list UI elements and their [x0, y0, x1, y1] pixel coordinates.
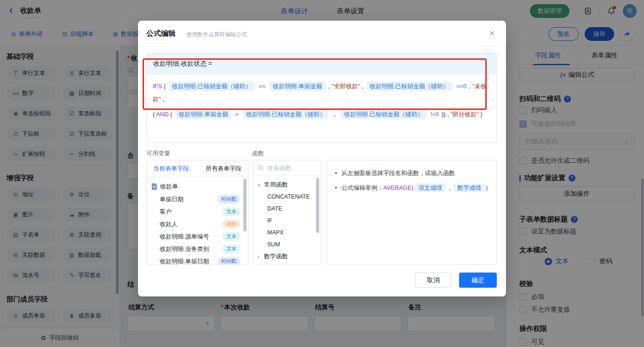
field-type-badge: 时间戳 [217, 195, 241, 204]
function-item[interactable]: SUM [253, 239, 321, 250]
chevron-down-icon [257, 182, 262, 188]
variable-field-row[interactable]: 单据日期 时间戳 [151, 193, 248, 205]
formula-edit-modal: 公式编辑 使用数学运算符编辑公式 ✕ 收款明细.收款状态 = IFS ( 收款明… [138, 21, 506, 296]
formula-token: 收款明细.已核销金额（辅助） [169, 81, 255, 91]
confirm-button[interactable]: 确定 [459, 273, 497, 288]
document-icon [151, 183, 157, 190]
formula-body[interactable]: IFS ( 收款明细.已核销金额（辅助） == 收款明细.单据金额 , "全部收… [147, 74, 496, 126]
formula-token: ( [153, 111, 155, 118]
formula-token: , [362, 83, 363, 90]
functions-scrollbar[interactable] [316, 178, 319, 233]
help-tip-example: 公式编辑举例：AVERAGE(语文成绩，数学成绩) [335, 182, 489, 194]
help-tip: 从左侧面板选择字段名和函数，或输入函数 [335, 167, 489, 179]
function-group-collapsed[interactable]: 文本函数 [253, 262, 321, 265]
chevron-right-icon [257, 253, 262, 260]
formula-token: AND [156, 111, 168, 118]
formula-token: ) [480, 111, 482, 118]
functions-label: 函数 [252, 149, 264, 158]
formula-target: 收款明细.收款状态 = [147, 53, 496, 74]
formula-token: > [236, 111, 239, 118]
formula-token: !=0 [431, 111, 439, 118]
formula-token: IFS [153, 83, 162, 90]
formula-token [153, 106, 490, 108]
cancel-button[interactable]: 取消 [415, 273, 451, 288]
modal-title: 公式编辑 [146, 29, 176, 39]
formula-token: ， [332, 111, 338, 118]
variables-scrollbar[interactable] [243, 179, 247, 232]
formula-token: )) [442, 111, 446, 118]
variable-field-row[interactable]: 收款人 成员 [151, 218, 248, 230]
functions-panel: 搜索函数 常用函数 CONCATENATE DATE IF MAPX SUM [253, 160, 321, 265]
formula-token: 收款明细.单据金额 [175, 109, 231, 119]
function-list: 常用函数 CONCATENATE DATE IF MAPX SUM 数学函数 [253, 176, 321, 265]
formula-token: 收款明细.单据金额 [270, 81, 326, 91]
variable-field-row[interactable]: 收款明细.源单编号 文本 [151, 230, 248, 243]
search-icon [258, 165, 264, 171]
field-type-badge: 时间戳 [217, 257, 241, 265]
tab-current-form-fields[interactable]: 当前表单字段 [153, 165, 189, 173]
function-item[interactable]: DATE [253, 203, 321, 215]
variable-field-row[interactable]: 客户 文本 [151, 205, 248, 218]
formula-token: "部分收款" [451, 111, 479, 118]
function-item[interactable]: MAPX [253, 227, 321, 239]
function-search-input[interactable]: 搜索函数 [253, 160, 321, 176]
formula-help-panel: 从左侧面板选择字段名和函数，或输入函数 公式编辑举例：AVERAGE(语文成绩，… [327, 160, 497, 265]
function-group-collapsed[interactable]: 数学函数 [253, 250, 321, 262]
field-type-badge: 成员 [222, 220, 241, 228]
modal-subtitle: 使用数学运算符编辑公式 [186, 31, 247, 39]
variables-tabs: 当前表单字段 所有表单字段 [147, 160, 248, 177]
field-type-badge: 文本 [222, 207, 241, 216]
variable-field-row[interactable]: 收款明细.业务类别 文本 [151, 243, 248, 255]
tab-all-form-fields[interactable]: 所有表单字段 [206, 165, 242, 173]
function-item[interactable]: CONCATENATE [253, 191, 321, 203]
variables-label: 可用变量 [146, 149, 170, 158]
modal-header: 公式编辑 使用数学运算符编辑公式 ✕ [138, 21, 506, 46]
variables-tree: 收款单 单据日期 时间戳 客户 文本 收款人 成员 [147, 177, 248, 265]
formula-token: ( [164, 83, 166, 90]
formula-token: 收款明细.已核销金额（辅助） [341, 109, 427, 119]
search-placeholder: 搜索函数 [267, 164, 291, 172]
formula-token: , [469, 83, 471, 90]
formula-token: , [162, 96, 164, 102]
formula-editor[interactable]: 收款明细.收款状态 = IFS ( 收款明细.已核销金额（辅助） == 收款明细… [146, 53, 497, 143]
formula-token: 收款明细.已核销金额（辅助） [243, 109, 329, 119]
formula-token: , [328, 83, 330, 90]
formula-token: , [447, 111, 449, 118]
formula-token: == [259, 83, 265, 90]
variables-root-node[interactable]: 收款单 [151, 180, 248, 193]
app-root: ‹ 收款单 表单设计 表单设置 数据管理 存 ⊘ 表单外链 [0, 0, 644, 347]
formula-token: "全部收款" [332, 83, 360, 90]
field-type-badge: 文本 [222, 232, 241, 241]
variable-field-row[interactable]: 收款明细.单据日期 时间戳 [151, 255, 248, 265]
formula-token: ==0 [456, 83, 466, 90]
function-group-expanded[interactable]: 常用函数 [253, 179, 321, 191]
variables-panel: 当前表单字段 所有表单字段 收款单 单据日期 时间戳 客户 文本 [146, 160, 248, 265]
formula-token: ( [170, 111, 172, 118]
close-icon[interactable]: ✕ [489, 29, 495, 38]
function-item[interactable]: IF [253, 215, 321, 227]
formula-token: 收款明细.已核销金额（辅助） [367, 81, 453, 91]
field-type-badge: 文本 [222, 245, 241, 253]
